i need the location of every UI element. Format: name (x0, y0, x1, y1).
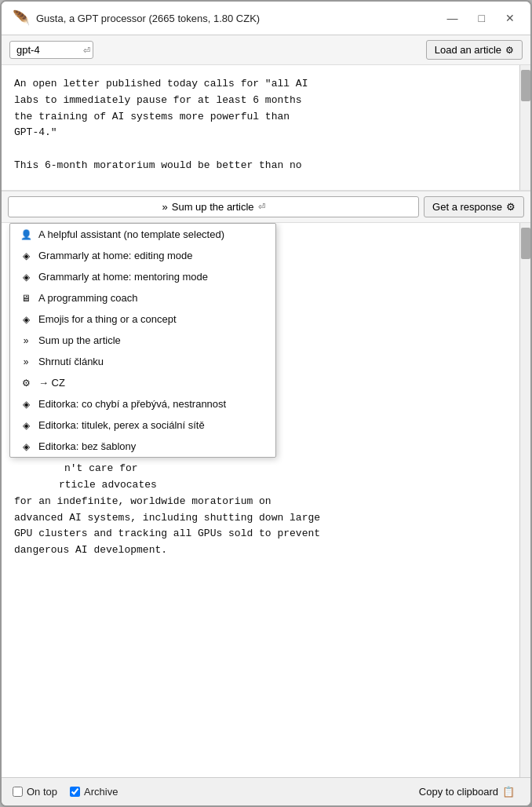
load-article-gear-icon: ⚙ (505, 45, 514, 56)
dropdown-item-label-1: Grammarly at home: editing mode (38, 250, 193, 261)
title-bar: 🪶 Gusta, a GPT processor (2665 tokens, 1… (2, 2, 530, 35)
dropdown-item-5[interactable]: » Sum up the article (10, 330, 275, 351)
dropdown-item-label-8: Editorka: co chybí a přebývá, nestrannos… (38, 398, 226, 410)
dropdown-item-icon-2: ◈ (20, 272, 32, 283)
dropdown-item-label-9: Editorka: titulek, perex a sociální sítě (38, 419, 205, 431)
dropdown-item-label-10: Editorka: bez šablony (38, 440, 136, 452)
get-response-label: Get a response (432, 201, 502, 213)
dropdown-item-label-4: Emojis for a thing or a concept (38, 313, 177, 325)
close-button[interactable]: ✕ (501, 10, 519, 26)
sum-up-icon: » (162, 201, 168, 213)
dropdown-menu[interactable]: 👤 A helpful assistant (no template selec… (9, 223, 276, 458)
copy-icon: 📋 (502, 786, 515, 798)
response-line: GPU clusters and tracking all GPUs sold … (14, 526, 507, 542)
maximize-button[interactable]: □ (474, 10, 490, 26)
copy-to-clipboard-button[interactable]: Copy to clipboard 📋 (414, 784, 519, 799)
on-top-group: On top (13, 786, 57, 798)
dropdown-item-icon-1: ◈ (20, 250, 32, 261)
model-select[interactable]: gpt-4 gpt-3.5-turbo (9, 41, 93, 59)
dropdown-item-3[interactable]: 🖥 A programming coach (10, 287, 275, 309)
on-top-checkbox[interactable] (13, 787, 23, 797)
dropdown-item-label-0: A helpful assistant (no template selecte… (38, 228, 224, 240)
sum-up-button[interactable]: » Sum up the article ⏎ (8, 196, 419, 217)
response-line: dangerous AI development. (14, 542, 507, 559)
load-article-label: Load an article (435, 44, 501, 56)
dropdown-item-1[interactable]: ◈ Grammarly at home: editing mode (10, 245, 275, 266)
dropdown-item-icon-9: ◈ (20, 420, 32, 431)
response-bar: » Sum up the article ⏎ Get a response ⚙ (2, 191, 530, 223)
dropdown-item-6[interactable]: » Shrnutí článku (10, 351, 275, 372)
status-bar: On top Archive Copy to clipboard 📋 (2, 777, 530, 805)
dropdown-item-10[interactable]: ◈ Editorka: bez šablony (10, 436, 275, 457)
dropdown-item-label-7: → CZ (38, 377, 65, 389)
title-bar-left: 🪶 Gusta, a GPT processor (2665 tokens, 1… (13, 9, 260, 27)
archive-label[interactable]: Archive (84, 786, 118, 798)
archive-group: Archive (70, 786, 118, 798)
toolbar: gpt-4 gpt-3.5-turbo Load an article ⚙ (2, 35, 530, 65)
window-controls: — □ ✕ (443, 10, 519, 26)
copy-label: Copy to clipboard (419, 786, 498, 798)
article-content: An open letter published today calls for… (14, 76, 518, 174)
dropdown-item-0[interactable]: 👤 A helpful assistant (no template selec… (10, 224, 275, 245)
archive-checkbox[interactable] (70, 787, 80, 797)
dropdown-item-icon-8: ◈ (20, 399, 32, 410)
response-scrollbar[interactable] (519, 223, 530, 777)
content-area: I labs to pause r than GPT-4 for the let… (2, 223, 530, 777)
dropdown-item-icon-7: ⚙ (20, 378, 32, 389)
dropdown-item-2[interactable]: ◈ Grammarly at home: mentoring mode (10, 266, 275, 287)
article-scrollbar-thumb (521, 70, 530, 101)
model-select-wrapper: gpt-4 gpt-3.5-turbo (9, 41, 93, 59)
app-icon: 🪶 (13, 9, 30, 27)
dropdown-item-icon-5: » (20, 335, 32, 346)
dropdown-item-4[interactable]: ◈ Emojis for a thing or a concept (10, 309, 275, 330)
dropdown-item-label-5: Sum up the article (38, 334, 121, 346)
dropdown-item-icon-0: 👤 (20, 229, 32, 240)
main-window: 🪶 Gusta, a GPT processor (2665 tokens, 1… (0, 0, 532, 807)
dropdown-item-label-3: A programming coach (38, 292, 137, 304)
response-line: advanced AI systems, including shutting … (14, 510, 507, 527)
sum-up-enter-icon: ⏎ (258, 202, 265, 212)
get-response-button[interactable]: Get a response ⚙ (424, 196, 524, 217)
dropdown-item-9[interactable]: ◈ Editorka: titulek, perex a sociální sí… (10, 414, 275, 436)
article-text-area[interactable]: An open letter published today calls for… (2, 65, 530, 191)
dropdown-item-icon-10: ◈ (20, 441, 32, 452)
dropdown-item-label-2: Grammarly at home: mentoring mode (38, 271, 208, 283)
response-line: n't care for (14, 461, 507, 477)
response-scrollbar-thumb (521, 228, 530, 259)
article-scrollbar[interactable] (519, 65, 530, 190)
dropdown-item-icon-6: » (20, 356, 32, 367)
minimize-button[interactable]: — (443, 10, 463, 26)
get-response-spin-icon: ⚙ (506, 201, 516, 213)
dropdown-item-icon-3: 🖥 (20, 293, 32, 304)
on-top-label[interactable]: On top (27, 786, 57, 798)
response-line: rticle advocates (14, 477, 507, 494)
window-title: Gusta, a GPT processor (2665 tokens, 1.8… (36, 13, 260, 24)
response-line: for an indefinite, worldwide moratorium … (14, 494, 507, 510)
dropdown-item-7[interactable]: ⚙ → CZ (10, 372, 275, 393)
dropdown-item-icon-4: ◈ (20, 314, 32, 325)
dropdown-item-8[interactable]: ◈ Editorka: co chybí a přebývá, nestrann… (10, 393, 275, 414)
dropdown-item-label-6: Shrnutí článku (38, 356, 104, 367)
sum-up-label: Sum up the article (172, 201, 254, 213)
load-article-button[interactable]: Load an article ⚙ (426, 40, 523, 60)
